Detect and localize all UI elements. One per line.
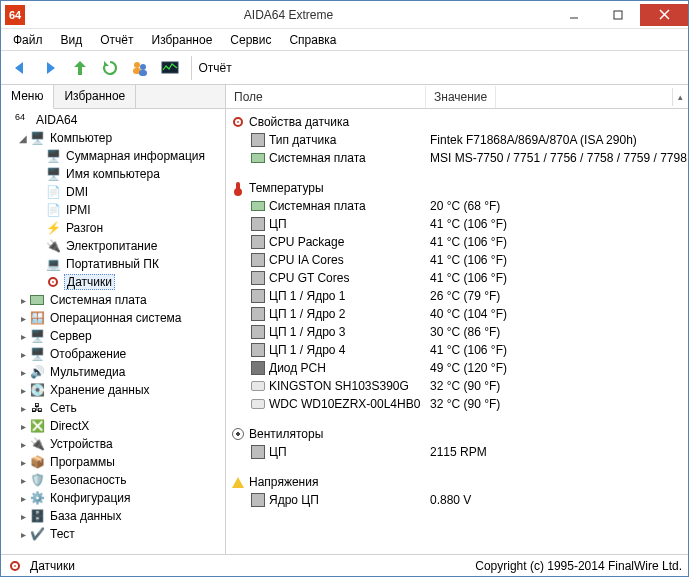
column-field[interactable]: Поле xyxy=(226,86,426,108)
tree-devices[interactable]: ▸🔌Устройства xyxy=(1,435,225,453)
tree-overclock[interactable]: ⚡Разгон xyxy=(1,219,225,237)
tree-label: Сервер xyxy=(48,329,94,343)
tree-label: Компьютер xyxy=(48,131,114,145)
forward-button[interactable] xyxy=(37,55,63,81)
back-button[interactable] xyxy=(7,55,33,81)
scroll-up-button[interactable]: ▴ xyxy=(672,88,688,106)
data-row[interactable]: Диод PCH49 °C (120 °F) xyxy=(226,359,688,377)
field-value: 0.880 V xyxy=(426,493,471,507)
tree-display[interactable]: ▸🖥️Отображение xyxy=(1,345,225,363)
menu-view[interactable]: Вид xyxy=(53,31,91,49)
menu-favorites[interactable]: Избранное xyxy=(144,31,221,49)
tree-server[interactable]: ▸🖥️Сервер xyxy=(1,327,225,345)
minimize-button[interactable] xyxy=(552,4,596,26)
os-icon: 🪟 xyxy=(29,310,45,326)
network-icon: 🖧 xyxy=(29,400,45,416)
up-button[interactable] xyxy=(67,55,93,81)
field-label: ЦП 1 / Ядро 4 xyxy=(269,343,346,357)
tree-label: База данных xyxy=(48,509,123,523)
field-label: KINGSTON SH103S390G xyxy=(269,379,409,393)
data-row[interactable]: ЦП 1 / Ядро 441 °C (106 °F) xyxy=(226,341,688,359)
tree-dmi[interactable]: 📄DMI xyxy=(1,183,225,201)
refresh-button[interactable] xyxy=(97,55,123,81)
tree-root[interactable]: 64AIDA64 xyxy=(1,111,225,129)
data-row[interactable]: Системная платаMSI MS-7750 / 7751 / 7756… xyxy=(226,149,688,167)
field-label: CPU IA Cores xyxy=(269,253,344,267)
data-row[interactable]: WDC WD10EZRX-00L4HB032 °C (90 °F) xyxy=(226,395,688,413)
tree-multimedia[interactable]: ▸🔊Мультимедиа xyxy=(1,363,225,381)
display-icon: 🖥️ xyxy=(29,346,45,362)
data-row[interactable]: CPU IA Cores41 °C (106 °F) xyxy=(226,251,688,269)
menu-report[interactable]: Отчёт xyxy=(92,31,141,49)
tree-security[interactable]: ▸🛡️Безопасность xyxy=(1,471,225,489)
sensor-icon xyxy=(230,114,246,130)
nav-tree[interactable]: 64AIDA64 ◢🖥️Компьютер 🖥️Суммарная информ… xyxy=(1,109,225,554)
field-value: 32 °C (90 °F) xyxy=(426,379,500,393)
tree-os[interactable]: ▸🪟Операционная система xyxy=(1,309,225,327)
disk-icon xyxy=(250,396,266,412)
tree-power[interactable]: 🔌Электропитание xyxy=(1,237,225,255)
column-value[interactable]: Значение xyxy=(426,86,496,108)
tree-sensors[interactable]: Датчики xyxy=(1,273,225,291)
thermometer-icon xyxy=(230,180,246,196)
field-value: 41 °C (106 °F) xyxy=(426,253,507,267)
devices-icon: 🔌 xyxy=(29,436,45,452)
tree-label: Конфигурация xyxy=(48,491,133,505)
group-label: Температуры xyxy=(249,181,324,195)
overclock-icon: ⚡ xyxy=(45,220,61,236)
tree-computer-name[interactable]: 🖥️Имя компьютера xyxy=(1,165,225,183)
field-label: Тип датчика xyxy=(269,133,336,147)
monitor-button[interactable] xyxy=(157,55,183,81)
data-row[interactable]: ЦП 1 / Ядро 330 °C (86 °F) xyxy=(226,323,688,341)
board-icon xyxy=(250,150,266,166)
cpu-icon xyxy=(250,234,266,250)
data-row[interactable]: Ядро ЦП0.880 V xyxy=(226,491,688,509)
directx-icon: ❎ xyxy=(29,418,45,434)
board-icon xyxy=(250,198,266,214)
toolbar-separator xyxy=(191,56,192,80)
data-row[interactable]: ЦП 1 / Ядро 240 °C (104 °F) xyxy=(226,305,688,323)
cpu-icon xyxy=(250,270,266,286)
tree-label: Имя компьютера xyxy=(64,167,162,181)
svg-point-5 xyxy=(140,64,146,70)
menu-file[interactable]: Файл xyxy=(5,31,51,49)
chip-icon xyxy=(250,360,266,376)
data-row[interactable]: KINGSTON SH103S390G32 °C (90 °F) xyxy=(226,377,688,395)
data-row[interactable]: CPU GT Cores41 °C (106 °F) xyxy=(226,269,688,287)
sensor-icon xyxy=(7,558,23,574)
report-button[interactable]: Отчёт xyxy=(200,55,226,81)
menu-tools[interactable]: Сервис xyxy=(222,31,279,49)
data-row[interactable]: Системная плата20 °C (68 °F) xyxy=(226,197,688,215)
data-row[interactable]: Тип датчикаFintek F71868A/869A/870A (ISA… xyxy=(226,131,688,149)
tree-ipmi[interactable]: 📄IPMI xyxy=(1,201,225,219)
tree-storage[interactable]: ▸💽Хранение данных xyxy=(1,381,225,399)
dmi-icon: 📄 xyxy=(45,184,61,200)
tree-database[interactable]: ▸🗄️База данных xyxy=(1,507,225,525)
tree-label: Сеть xyxy=(48,401,79,415)
aida-icon: 64 xyxy=(15,112,31,128)
tree-benchmark[interactable]: ▸✔️Тест xyxy=(1,525,225,543)
tree-label: Разгон xyxy=(64,221,105,235)
tree-config[interactable]: ▸⚙️Конфигурация xyxy=(1,489,225,507)
menu-help[interactable]: Справка xyxy=(281,31,344,49)
tree-directx[interactable]: ▸❎DirectX xyxy=(1,417,225,435)
tree-computer[interactable]: ◢🖥️Компьютер xyxy=(1,129,225,147)
field-label: ЦП 1 / Ядро 2 xyxy=(269,307,346,321)
tree-portable[interactable]: 💻Портативный ПК xyxy=(1,255,225,273)
tree-motherboard[interactable]: ▸Системная плата xyxy=(1,291,225,309)
list-body[interactable]: Свойства датчика Тип датчикаFintek F7186… xyxy=(226,109,688,554)
tree-network[interactable]: ▸🖧Сеть xyxy=(1,399,225,417)
maximize-button[interactable] xyxy=(596,4,640,26)
tab-favorites[interactable]: Избранное xyxy=(54,85,136,108)
close-button[interactable] xyxy=(640,4,688,26)
data-row[interactable]: CPU Package41 °C (106 °F) xyxy=(226,233,688,251)
tree-software[interactable]: ▸📦Программы xyxy=(1,453,225,471)
data-row[interactable]: ЦП2115 RPM xyxy=(226,443,688,461)
left-pane: Меню Избранное 64AIDA64 ◢🖥️Компьютер 🖥️С… xyxy=(1,85,226,554)
tab-menu[interactable]: Меню xyxy=(1,85,54,109)
report-label: Отчёт xyxy=(198,61,231,75)
data-row[interactable]: ЦП 1 / Ядро 126 °C (79 °F) xyxy=(226,287,688,305)
data-row[interactable]: ЦП41 °C (106 °F) xyxy=(226,215,688,233)
users-button[interactable] xyxy=(127,55,153,81)
tree-summary[interactable]: 🖥️Суммарная информация xyxy=(1,147,225,165)
